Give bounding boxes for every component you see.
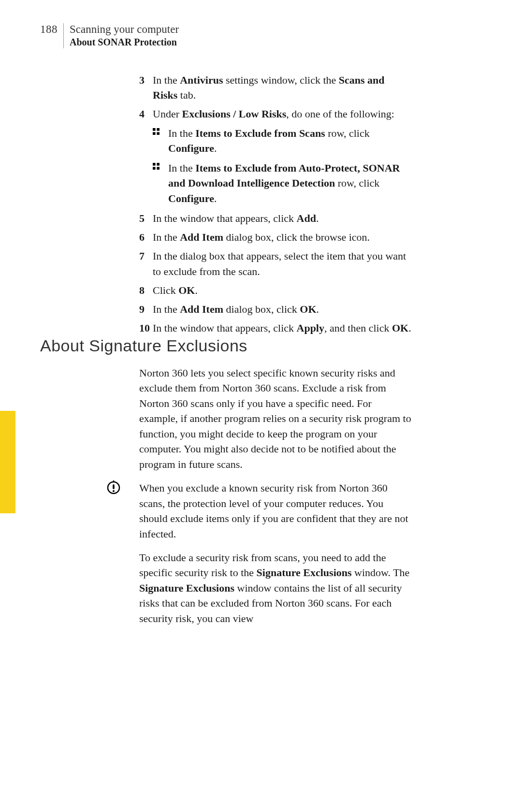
step-number: 9 [139,302,153,317]
svg-point-10 [113,490,115,492]
step-number: 3 [139,72,153,102]
bullet-icon [153,160,168,206]
header-divider [63,23,64,48]
step-text: In the Add Item dialog box, click OK. [153,302,319,317]
page-tab-marker [0,411,15,513]
svg-rect-2 [153,132,156,135]
svg-rect-5 [157,163,160,166]
step-text: In the window that appears, click Add. [153,211,319,226]
section-title: About SONAR Protection [70,37,179,48]
svg-rect-7 [157,167,160,170]
step-item: 4Under Exclusions / Low Risks, do one of… [139,106,411,121]
step-number: 5 [139,211,153,226]
step-item: 7In the dialog box that appears, select … [139,248,411,278]
svg-rect-0 [153,128,156,131]
bullet-item: In the Items to Exclude from Scans row, … [153,126,411,156]
warning-icon [106,480,121,499]
bullet-icon [153,126,168,156]
warning-paragraph: When you exclude a known security risk f… [139,480,411,541]
chapter-title: Scanning your computer [70,23,179,36]
step-number: 10 [139,320,153,335]
svg-rect-4 [153,163,156,166]
bullet-text: In the Items to Exclude from Auto-Protec… [168,160,411,206]
step-number: 4 [139,106,153,121]
svg-rect-6 [153,167,156,170]
step-item: 8Click OK. [139,283,411,298]
step-item: 10In the window that appears, click Appl… [139,320,411,335]
bullet-text: In the Items to Exclude from Scans row, … [168,126,411,156]
bullet-item: In the Items to Exclude from Auto-Protec… [153,160,411,206]
step-item: 3In the Antivirus settings window, click… [139,72,411,102]
step-item: 5In the window that appears, click Add. [139,211,411,226]
svg-rect-9 [113,484,115,489]
steps-list: 3In the Antivirus settings window, click… [139,72,411,340]
step-number: 7 [139,248,153,278]
step-text: In the Add Item dialog box, click the br… [153,230,370,245]
bullet-list: In the Items to Exclude from Scans row, … [153,126,411,206]
step-text: Under Exclusions / Low Risks, do one of … [153,106,394,121]
section-heading: About Signature Exclusions [40,336,247,355]
step-number: 8 [139,283,153,298]
step-text: In the Antivirus settings window, click … [153,72,411,102]
page-header: 188 Scanning your computer About SONAR P… [40,23,179,48]
step-number: 6 [139,230,153,245]
step-text: Click OK. [153,283,198,298]
step-item: 6In the Add Item dialog box, click the b… [139,230,411,245]
body-paragraphs: Norton 360 lets you select specific know… [139,365,411,635]
body-paragraph: To exclude a security risk from scans, y… [139,550,411,626]
step-text: In the dialog box that appears, select t… [153,248,411,278]
step-item: 9In the Add Item dialog box, click OK. [139,302,411,317]
body-paragraph: Norton 360 lets you select specific know… [139,365,411,472]
step-text: In the window that appears, click Apply,… [153,320,411,335]
svg-rect-1 [157,128,160,131]
page-number: 188 [40,23,58,36]
svg-rect-3 [157,132,160,135]
